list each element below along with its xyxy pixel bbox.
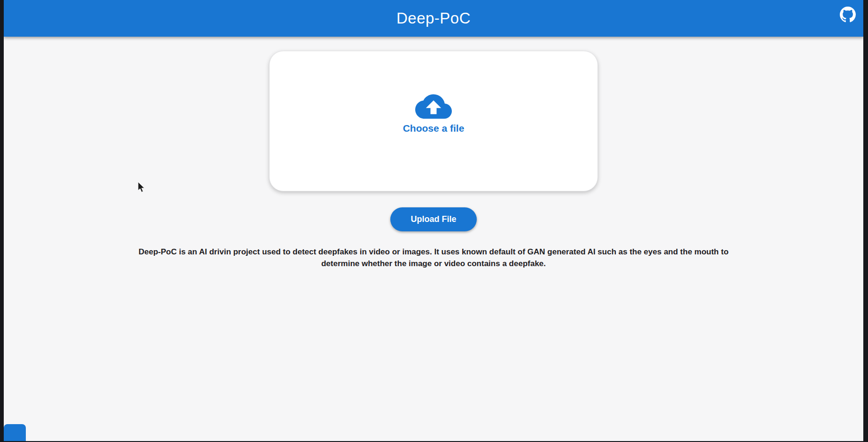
app-header: Deep-PoC — [4, 0, 863, 37]
project-description: Deep-PoC is an AI drivin project used to… — [133, 246, 734, 269]
github-icon — [840, 7, 856, 23]
cloud-upload-icon — [415, 94, 452, 119]
page-frame: Deep-PoC Choose a file Upload File Deep-… — [4, 0, 863, 441]
page-title: Deep-PoC — [396, 9, 471, 27]
file-chooser[interactable]: Choose a file — [403, 94, 465, 134]
upload-file-button[interactable]: Upload File — [390, 207, 477, 231]
partial-blue-element — [4, 424, 26, 441]
github-link[interactable] — [840, 7, 856, 23]
main-content: Choose a file Upload File Deep-PoC is an… — [4, 37, 863, 269]
upload-dropzone-card[interactable]: Choose a file — [269, 51, 598, 191]
choose-file-label: Choose a file — [403, 123, 465, 134]
